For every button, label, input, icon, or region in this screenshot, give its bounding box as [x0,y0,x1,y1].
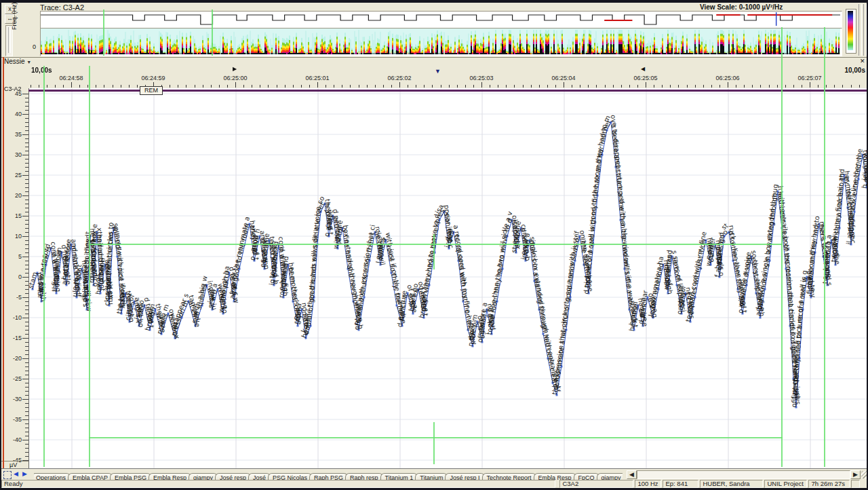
ruler-tick [802,85,802,88]
color-scale-gradient [848,11,853,50]
chart-cursor-line-2[interactable] [89,66,90,467]
ruler-tick [121,85,121,88]
spectrogram-image [41,29,840,54]
tab-scrollbar-right-button[interactable]: ▶ [850,470,861,479]
ruler-tick [104,85,104,88]
ruler-tick [818,85,818,88]
ruler-marker-left-icon[interactable]: ◀ [641,66,645,72]
ruler-tick [859,85,860,88]
ruler-tick [170,85,170,88]
ruler-tick [71,82,72,88]
ruler-tick [514,85,515,88]
y-tick-label: 15 [4,212,22,219]
ruler-tick [31,85,31,88]
chart-cursor-line-4[interactable] [824,27,825,467]
y-axis-major-ticks [22,94,28,461]
selection-rect-top[interactable] [89,244,783,245]
sheet-tab-bar: ◀ ▶ OperationsEmbla CPAPEmbla PSGEmbla R… [1,468,868,480]
ruler-tick [178,85,178,88]
ruler-tick [367,85,368,88]
ruler-tick [621,85,622,88]
selection-rect-bottom[interactable] [89,437,783,438]
right-splitter-line-1[interactable] [859,4,862,56]
color-scale-bar [846,9,856,54]
ruler-tick [457,85,458,88]
ruler-tick [416,85,416,88]
ruler-tick [572,85,572,88]
ruler-marker-right-icon[interactable]: ▶ [233,66,237,72]
ruler-tick [719,85,720,88]
ruler-tick [227,85,228,88]
tab-scrollbar-left-button[interactable]: ◀ [627,470,637,479]
ruler-tick [826,85,827,88]
time-ruler: 10,00s 10,00s ▶ ▼ ◀ 06:24:5806:24:5906:2… [1,66,868,89]
plot-area[interactable]: stamped with a big window is in a walkin… [28,88,868,468]
ruler-tick [613,85,614,88]
ruler-tick [654,85,654,88]
tab-overview-icon[interactable] [3,471,12,479]
y-axis-strip: 454035302520151050-5-10-15-20-25-30-35-4… [1,88,28,468]
ruler-tick [728,82,728,88]
tab-next-icon[interactable]: ▶ [22,470,27,477]
tab-prev-icon[interactable]: ◀ [14,470,18,477]
ruler-tick [687,85,688,88]
selection-mid-tick-top[interactable] [433,234,435,269]
y-tick-label: 20 [4,192,22,199]
ruler-tick [211,85,212,88]
ruler-marker-down-icon[interactable]: ▼ [435,68,441,75]
status-field-100-hz: 100 Hz [635,480,661,488]
right-splitter-line-2[interactable] [863,4,867,56]
left-edge-stripe [3,57,4,468]
tab-scrollbar-track[interactable] [637,470,850,479]
ruler-tick [547,85,548,88]
ruler-tick [301,85,302,88]
ruler-tick [473,85,474,88]
ruler-tick [39,85,39,88]
ruler-tick [605,85,606,88]
ruler-tick [851,85,852,88]
y-tick-label: 5 [4,253,22,260]
ruler-tick [596,85,597,88]
y-tick-label: -20 [4,355,22,362]
y-tick-label: -5 [4,294,22,301]
close-montage-pane-icon[interactable]: ✕ [860,58,865,64]
eeg-waveform: stamped with a big window is in a walkin… [29,88,868,468]
ruler-tick [113,85,113,88]
ruler-tick [441,85,441,88]
status-field-unil-project: UNIL Project [764,480,807,488]
ruler-tick [137,85,138,88]
ruler-tick [186,85,186,88]
y-tick-label: 35 [4,131,22,138]
ruler-tick [383,85,384,88]
ruler-tick [235,82,236,88]
overview-epoch-end-cursor[interactable] [212,10,213,56]
ruler-tick [662,85,663,88]
ruler-tick [359,85,359,88]
ruler-tick [490,85,490,88]
y-tick-label: -10 [4,314,22,321]
hypnogram-overview[interactable] [40,11,842,29]
chart-cursor-line-3[interactable] [781,27,783,467]
y-tick-label: 30 [4,151,22,158]
application-window: x ↔ Freq. (Hz) 0 Trace: C3-A2 View Scale… [0,0,868,490]
montage-selector[interactable]: Nessie ▼ [4,58,31,65]
ruler-tick [268,85,269,88]
y-tick-label: 10 [4,233,22,240]
resize-grip[interactable] [861,471,868,478]
ruler-tick [523,85,524,88]
ruler-tick [777,85,778,88]
spectrogram-overview[interactable] [40,28,842,56]
ruler-tick [736,85,736,88]
ruler-tick [129,85,130,88]
ruler-tick [449,85,450,88]
ruler-tick [293,85,294,88]
y-tick-label: -15 [4,335,22,341]
ruler-tick [79,85,80,88]
ruler-tick [539,85,540,88]
y-tick-label: -25 [4,375,22,382]
chart-cursor-line-1[interactable] [43,66,45,467]
overview-epoch-start-cursor[interactable] [103,10,104,56]
selection-mid-tick-bottom[interactable] [433,422,435,464]
epoch-span-label-left: 10,00s [31,67,52,74]
y-tick-label: 0 [4,274,22,280]
